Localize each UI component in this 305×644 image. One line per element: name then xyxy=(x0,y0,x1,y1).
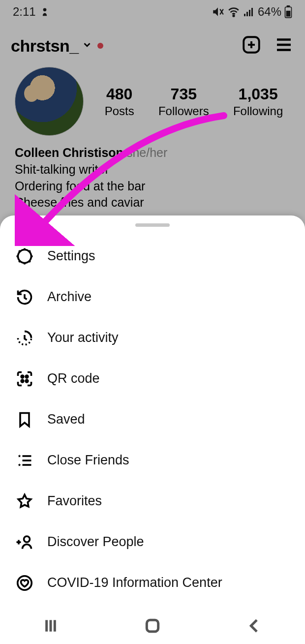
svg-rect-41 xyxy=(147,620,158,631)
svg-point-28 xyxy=(26,375,28,378)
menu-item-discover[interactable]: Discover People xyxy=(6,521,299,562)
stat-following-count: 1,035 xyxy=(233,85,283,103)
menu-item-archive[interactable]: Archive xyxy=(6,276,299,317)
android-nav-bar xyxy=(0,610,305,644)
svg-point-18 xyxy=(23,254,27,258)
bookmark-icon xyxy=(15,410,34,429)
profile-bio: Colleen Christisonshe/her Shit-talking w… xyxy=(0,136,305,211)
android-recents-button[interactable] xyxy=(41,616,61,638)
bio-line: Ordering food at the bar xyxy=(15,179,145,193)
status-time: 2:11 xyxy=(13,5,36,19)
battery-text: 64% xyxy=(258,5,281,19)
android-back-button[interactable] xyxy=(244,616,264,638)
bio-line: Cheese fries and caviar xyxy=(15,195,144,209)
svg-rect-10 xyxy=(287,5,290,7)
stat-followers-count: 735 xyxy=(158,85,209,103)
stat-followers-label: Followers xyxy=(158,104,209,118)
pronouns: she/her xyxy=(126,146,167,159)
bio-line: Shit-talking writer xyxy=(15,162,109,176)
hamburger-menu-button[interactable] xyxy=(274,34,294,57)
android-home-button[interactable] xyxy=(143,616,162,638)
qr-icon xyxy=(15,369,34,389)
svg-line-24 xyxy=(29,260,30,262)
status-bar: 2:11 64% xyxy=(0,0,305,22)
activity-icon xyxy=(15,328,34,348)
svg-rect-7 xyxy=(251,8,253,16)
menu-item-close-friends[interactable]: Close Friends xyxy=(6,440,299,481)
stat-posts-label: Posts xyxy=(105,104,134,118)
menu-label: Favorites xyxy=(47,493,102,509)
wifi-icon xyxy=(227,5,240,18)
menu-label: COVID-19 Information Center xyxy=(47,575,222,590)
menu-label: Saved xyxy=(47,412,85,427)
sheet-grab-handle[interactable] xyxy=(135,223,170,227)
archive-icon xyxy=(15,287,34,307)
status-app-icon xyxy=(40,7,50,17)
battery-icon xyxy=(284,5,292,18)
gear-icon xyxy=(15,246,34,266)
display-name: Colleen Christison xyxy=(15,146,123,159)
svg-rect-6 xyxy=(249,10,250,16)
stat-posts[interactable]: 480 Posts xyxy=(105,85,134,118)
notification-dot xyxy=(97,43,103,49)
close-friends-icon xyxy=(15,451,34,470)
svg-point-27 xyxy=(21,375,24,378)
profile-avatar[interactable] xyxy=(15,67,84,136)
menu-item-saved[interactable]: Saved xyxy=(6,399,299,440)
stat-following-label: Following xyxy=(233,104,283,118)
menu-label: Settings xyxy=(47,248,95,264)
svg-point-0 xyxy=(43,8,46,12)
svg-point-29 xyxy=(21,380,24,382)
stat-posts-count: 480 xyxy=(105,85,134,103)
menu-label: Archive xyxy=(47,289,92,305)
svg-point-37 xyxy=(18,576,32,590)
mute-icon xyxy=(212,5,224,18)
menu-item-covid[interactable]: COVID-19 Information Center xyxy=(6,562,299,603)
menu-label: Your activity xyxy=(47,330,119,345)
stat-followers[interactable]: 735 Followers xyxy=(158,85,209,118)
menu-label: QR code xyxy=(47,371,100,386)
svg-point-34 xyxy=(24,536,30,542)
menu-item-favorites[interactable]: Favorites xyxy=(6,481,299,521)
menu-item-settings[interactable]: Settings xyxy=(6,236,299,276)
create-button[interactable] xyxy=(241,34,262,57)
svg-rect-9 xyxy=(286,11,291,17)
menu-label: Close Friends xyxy=(47,453,129,468)
svg-line-23 xyxy=(19,250,20,252)
svg-rect-5 xyxy=(246,12,248,16)
chevron-down-icon[interactable] xyxy=(82,39,92,52)
menu-label: Discover People xyxy=(47,534,144,550)
svg-point-30 xyxy=(26,380,28,382)
svg-line-26 xyxy=(29,250,30,252)
signal-icon xyxy=(243,6,255,18)
svg-rect-4 xyxy=(244,14,245,16)
profile-username[interactable]: chrstsn_ xyxy=(11,36,79,56)
discover-people-icon xyxy=(15,532,34,552)
svg-point-3 xyxy=(233,15,235,17)
star-icon xyxy=(15,491,34,511)
options-bottom-sheet: Settings Archive Your activity QR code S xyxy=(0,215,305,644)
heart-circle-icon xyxy=(15,573,34,593)
menu-item-qr[interactable]: QR code xyxy=(6,358,299,399)
menu-item-activity[interactable]: Your activity xyxy=(6,317,299,358)
svg-line-25 xyxy=(19,260,20,262)
stat-following[interactable]: 1,035 Following xyxy=(233,85,283,118)
